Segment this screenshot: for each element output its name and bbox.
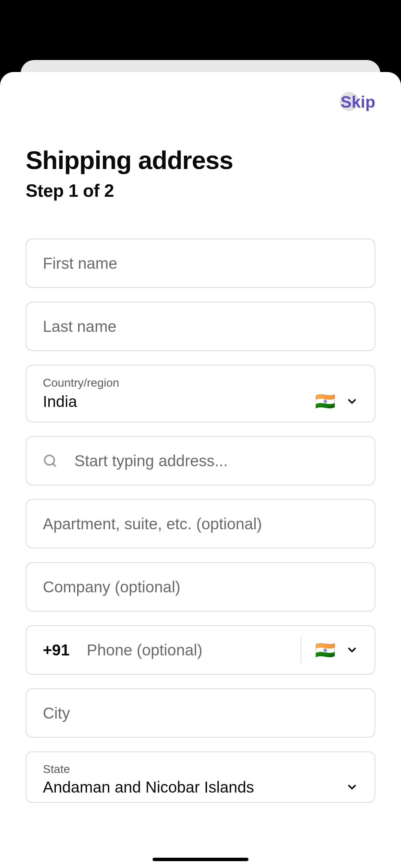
- chevron-down-icon[interactable]: [346, 644, 358, 656]
- city-field[interactable]: [26, 688, 375, 738]
- header-row: Skip: [26, 93, 375, 111]
- company-field[interactable]: [26, 562, 375, 612]
- country-label: Country/region: [43, 376, 119, 389]
- phone-divider: [301, 636, 301, 664]
- apartment-input[interactable]: [43, 515, 358, 533]
- search-icon: [43, 454, 57, 468]
- company-input[interactable]: [43, 578, 358, 596]
- chevron-down-icon: [346, 781, 358, 793]
- country-flag-icon: 🇮🇳: [315, 391, 336, 411]
- skip-button[interactable]: Skip: [341, 93, 375, 111]
- address-search-field[interactable]: [26, 436, 375, 485]
- state-value: Andaman and Nicobar Islands: [43, 778, 254, 796]
- last-name-field[interactable]: [26, 302, 375, 351]
- address-search-input[interactable]: [74, 451, 358, 470]
- svg-line-1: [53, 463, 56, 466]
- phone-field[interactable]: +91 🇮🇳: [26, 625, 375, 675]
- country-value: India: [43, 392, 77, 411]
- apartment-field[interactable]: [26, 499, 375, 548]
- state-select[interactable]: State Andaman and Nicobar Islands: [26, 751, 375, 803]
- step-indicator: Step 1 of 2: [26, 180, 375, 201]
- city-input[interactable]: [43, 704, 358, 722]
- chevron-down-icon: [346, 395, 358, 408]
- first-name-input[interactable]: [43, 254, 358, 273]
- first-name-field[interactable]: [26, 239, 375, 288]
- main-sheet: Skip Shipping address Step 1 of 2 Countr…: [0, 72, 401, 868]
- last-name-input[interactable]: [43, 317, 358, 336]
- phone-country-code: +91: [43, 641, 70, 659]
- home-indicator[interactable]: [153, 858, 248, 861]
- page-title: Shipping address: [26, 146, 375, 175]
- phone-flag-icon: 🇮🇳: [315, 640, 336, 660]
- state-label: State: [43, 762, 70, 776]
- country-select[interactable]: Country/region India 🇮🇳: [26, 365, 375, 422]
- phone-input[interactable]: [87, 641, 301, 659]
